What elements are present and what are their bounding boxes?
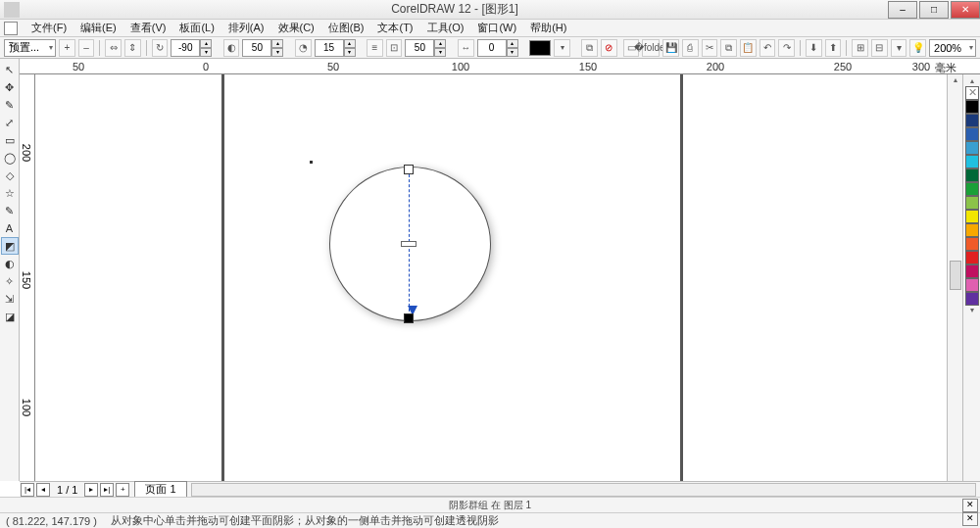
zoom-select[interactable]: 200% — [929, 39, 976, 57]
pal-none[interactable]: ✕ — [965, 86, 979, 100]
pal-yellow[interactable] — [965, 210, 979, 223]
freehand-tool[interactable]: ▭ — [1, 131, 19, 149]
copy-shadow-button[interactable]: ⧉ — [581, 39, 598, 57]
menu-file[interactable]: 文件(F) — [31, 21, 67, 35]
feather-edge-button[interactable]: ⊡ — [386, 39, 403, 57]
menu-arrange[interactable]: 排列(A) — [228, 21, 265, 35]
palette-down-button[interactable]: ▾ — [970, 306, 974, 315]
shadow-start-handle[interactable] — [404, 165, 414, 174]
outline-tool[interactable]: ✧ — [1, 272, 19, 290]
vertical-ruler[interactable]: 200 150 100 — [20, 74, 35, 481]
menu-window[interactable]: 窗口(W) — [477, 21, 516, 35]
palette-up-button[interactable]: ▴ — [970, 76, 974, 86]
std-lock-button[interactable]: ▾ — [891, 39, 907, 57]
fill-tool[interactable]: ⇲ — [1, 290, 19, 308]
pal-black[interactable] — [965, 100, 979, 114]
crop-tool[interactable]: ✎ — [1, 96, 19, 114]
menu-view[interactable]: 查看(V) — [130, 21, 167, 35]
pal-pink[interactable] — [965, 278, 979, 292]
pal-darkgreen[interactable] — [965, 168, 979, 182]
pal-crimson[interactable] — [965, 264, 979, 278]
stretch-icon: ↔ — [458, 39, 474, 57]
maximize-button[interactable]: □ — [919, 1, 949, 19]
std-print-button[interactable]: ⎙ — [682, 39, 699, 57]
shadow-fade-spin[interactable]: ▴▾ — [405, 39, 446, 57]
pal-navy[interactable] — [965, 114, 979, 127]
page-add-button[interactable]: + — [116, 483, 129, 497]
page-last-button[interactable]: ▸| — [100, 483, 114, 497]
scroll-thumb[interactable] — [950, 261, 961, 290]
basic-shapes-tool[interactable]: ✎ — [1, 202, 19, 219]
pal-cyan[interactable] — [965, 155, 979, 168]
std-save-button[interactable]: 💾 — [662, 39, 679, 57]
std-import-button[interactable]: ⬇ — [806, 39, 822, 57]
no-fill-indicator[interactable]: ✕ — [962, 499, 978, 512]
shape-tool[interactable]: ✥ — [1, 78, 19, 96]
pal-orange[interactable] — [965, 223, 979, 237]
menu-layout[interactable]: 板面(L) — [179, 21, 214, 35]
pick-tool[interactable]: ↖ — [1, 61, 19, 78]
std-export-button[interactable]: ⬆ — [825, 39, 842, 57]
page-first-button[interactable]: |◂ — [21, 483, 34, 497]
pal-blue[interactable] — [965, 127, 979, 141]
shadow-color-swatch[interactable] — [529, 40, 551, 56]
horizontal-ruler[interactable]: 50 0 50 100 150 200 250 300 毫米 — [20, 59, 980, 74]
shadow-end-handle[interactable] — [404, 313, 414, 323]
page-prev-button[interactable]: ◂ — [36, 483, 50, 497]
menu-bitmap[interactable]: 位图(B) — [328, 21, 365, 35]
interactive-fill-tool[interactable]: ◪ — [1, 308, 19, 325]
shadow-preset-select[interactable]: 预置... — [4, 39, 56, 57]
horizontal-scrollbar[interactable] — [191, 483, 976, 497]
polygon-tool[interactable]: ☆ — [1, 184, 19, 202]
page-tab-1[interactable]: 页面 1 — [134, 481, 186, 498]
std-paste-button[interactable]: 📋 — [740, 39, 757, 57]
shadow-angle-spin[interactable]: ▴▾ — [171, 39, 212, 57]
direction-v-icon[interactable]: ⇕ — [124, 39, 141, 57]
std-undo-button[interactable]: ↶ — [760, 39, 776, 57]
std-copy-button[interactable]: ⧉ — [720, 39, 737, 57]
pal-lime[interactable] — [965, 196, 979, 210]
std-ungroup-button[interactable]: ⊟ — [871, 39, 888, 57]
shadow-opacity-spin[interactable]: ▴▾ — [242, 39, 283, 57]
shadow-opacity-slider[interactable] — [401, 241, 416, 247]
remove-preset-button[interactable]: – — [78, 39, 95, 57]
shadow-feather-spin[interactable]: ▴▾ — [315, 39, 356, 57]
menu-help[interactable]: 帮助(H) — [530, 21, 566, 35]
direction-h-icon[interactable]: ⇔ — [105, 39, 122, 57]
pal-purple[interactable] — [965, 292, 979, 306]
menu-effects[interactable]: 效果(C) — [278, 21, 315, 35]
std-cut-button[interactable]: ✂ — [702, 39, 718, 57]
color-dropdown-button[interactable]: ▾ — [554, 39, 570, 57]
std-group-button[interactable]: ⊞ — [852, 39, 868, 57]
eyedropper-tool[interactable]: ◐ — [1, 255, 19, 272]
stray-point — [310, 161, 313, 164]
menu-tools[interactable]: 工具(O) — [427, 21, 465, 35]
no-outline-indicator[interactable]: ✕ — [962, 512, 978, 526]
page-edge-right — [680, 74, 683, 481]
pal-green[interactable] — [965, 182, 979, 196]
menu-text[interactable]: 文本(T) — [377, 21, 413, 35]
text-tool[interactable]: A — [1, 219, 19, 237]
menu-edit[interactable]: 编辑(E) — [80, 21, 117, 35]
std-redo-button[interactable]: ↷ — [778, 39, 795, 57]
interactive-shadow-tool[interactable]: ◩ — [1, 237, 19, 255]
shadow-offset-spin[interactable]: ▴▾ — [477, 39, 518, 57]
page-next-button[interactable]: ▸ — [84, 483, 98, 497]
rectangle-tool[interactable]: ◯ — [1, 149, 19, 167]
clear-shadow-button[interactable]: ⊘ — [601, 39, 617, 57]
zoom-tool[interactable]: ⤢ — [1, 114, 19, 131]
scroll-up-button[interactable]: ▴ — [949, 75, 962, 83]
vertical-scrollbar[interactable]: ▴ — [947, 74, 962, 481]
add-preset-button[interactable]: + — [59, 39, 75, 57]
drawing-canvas[interactable] — [35, 74, 947, 481]
minimize-button[interactable]: – — [888, 1, 917, 19]
pal-red[interactable] — [965, 251, 979, 264]
pal-skyblue[interactable] — [965, 141, 979, 155]
ellipse-tool[interactable]: ◇ — [1, 167, 19, 184]
close-button[interactable]: ✕ — [951, 1, 980, 19]
std-open-button[interactable]: �folder — [642, 39, 660, 57]
feather-dir-button[interactable]: ≡ — [367, 39, 383, 57]
std-hint-button[interactable]: 💡 — [909, 39, 926, 57]
pal-orangered[interactable] — [965, 237, 979, 251]
rotate-icon[interactable]: ↻ — [152, 39, 169, 57]
